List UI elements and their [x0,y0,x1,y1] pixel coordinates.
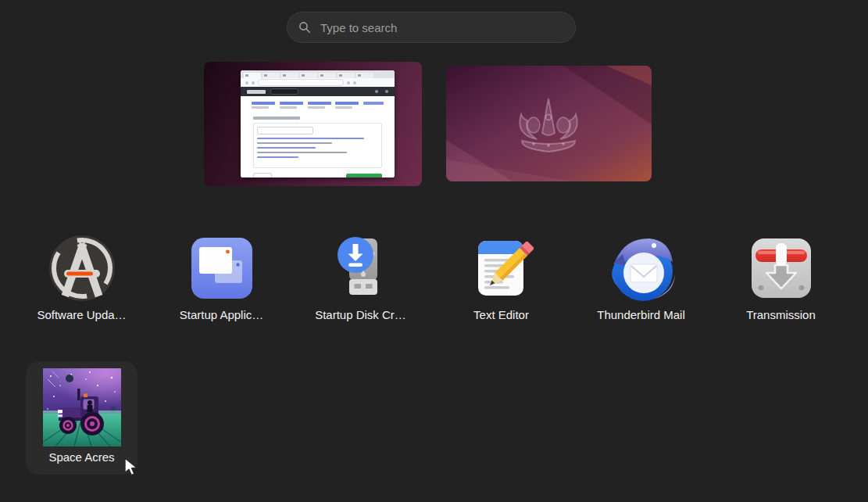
app-label: Thunderbird Mail [597,309,685,322]
app-label: Text Editor [473,309,529,322]
app-label: Startup Disk Cr… [315,309,406,322]
space-acres-icon [43,368,121,446]
thunderbird-icon [605,232,677,304]
app-text-editor[interactable]: Text Editor [445,221,557,334]
startup-disk-creator-icon [325,232,397,304]
app-startup-disk-creator[interactable]: Startup Disk Cr… [305,221,416,334]
search-bar[interactable] [287,12,576,43]
site-navbar [241,87,395,96]
transmission-icon [745,232,817,304]
app-thunderbird-mail[interactable]: Thunderbird Mail [585,221,697,334]
startup-applications-icon [186,232,258,304]
browser-url-bar [241,78,395,87]
browser-window-preview [241,70,395,177]
app-transmission[interactable]: Transmission [725,221,837,334]
ubuntu-wallpaper [446,66,652,181]
browser-tab-strip [241,70,395,78]
gnome-activities-overview: Software Upda… Startup Applic… [0,0,868,502]
search-input[interactable] [319,20,564,35]
app-label: Startup Applic… [180,309,264,322]
workspace-thumbnail-1[interactable] [204,62,422,186]
site-page [241,96,395,177]
green-button-preview [346,174,382,177]
mouse-cursor [124,457,141,478]
app-space-acres[interactable]: Space Acres [26,361,138,475]
app-startup-applications[interactable]: Startup Applic… [166,221,277,334]
text-editor-icon [466,232,538,304]
app-label: Space Acres [48,451,114,464]
app-label: Software Upda… [37,309,126,322]
app-software-updater[interactable]: Software Upda… [26,221,138,334]
software-updater-icon [46,232,118,304]
search-icon [298,21,311,34]
app-label: Transmission [746,309,816,322]
workspace-thumbnail-2[interactable] [446,66,652,181]
